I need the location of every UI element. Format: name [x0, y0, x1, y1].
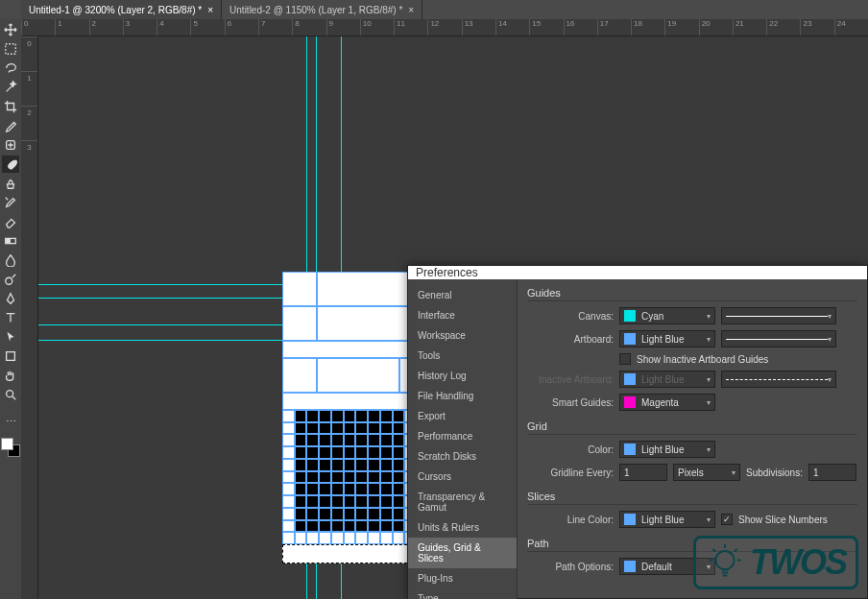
slice-line-color-label: Line Color: — [527, 515, 614, 525]
svg-point-7 — [715, 551, 734, 569]
subdivisions-label: Subdivisions: — [746, 467, 803, 478]
close-icon[interactable]: × — [207, 5, 213, 15]
nav-interface[interactable]: Interface — [408, 305, 517, 325]
dodge-tool[interactable] — [2, 271, 19, 288]
grid-color-select[interactable]: Light Blue ▾ — [619, 441, 715, 458]
heal-tool[interactable] — [2, 136, 19, 154]
select-value: Light Blue — [641, 374, 684, 385]
ruler-tick: 0 — [21, 36, 37, 71]
canvas-guide-color-select[interactable]: Cyan ▾ — [619, 307, 715, 324]
document-content — [282, 272, 417, 563]
nav-cursors[interactable]: Cursors — [408, 467, 517, 487]
gridline-every-input[interactable] — [619, 464, 667, 481]
nav-scratch-disks[interactable]: Scratch Disks — [408, 446, 517, 467]
wand-tool[interactable] — [2, 79, 19, 96]
grid-section-title: Grid — [527, 420, 857, 435]
hand-tool[interactable] — [2, 367, 19, 384]
path-select-tool[interactable] — [2, 328, 19, 346]
gradient-tool[interactable] — [2, 232, 19, 250]
path-options-label: Path Options: — [527, 562, 614, 572]
grid-color-label: Color: — [527, 444, 614, 455]
canvas-guide-label: Canvas: — [527, 311, 614, 322]
nav-tools[interactable]: Tools — [408, 346, 517, 366]
move-tool[interactable] — [2, 21, 19, 38]
pen-tool[interactable] — [2, 290, 19, 307]
lasso-tool[interactable] — [2, 60, 19, 77]
show-inactive-label: Show Inactive Artboard Guides — [637, 354, 768, 365]
history-brush-tool[interactable] — [2, 194, 19, 211]
chevron-down-icon: ▾ — [707, 335, 711, 344]
brush-tool[interactable] — [2, 156, 19, 173]
ruler-tick: 11 — [394, 19, 427, 36]
eyedropper-tool[interactable] — [2, 117, 19, 134]
ruler-tick: 22 — [766, 19, 800, 36]
smart-guides-color-select[interactable]: Magenta ▾ — [619, 394, 715, 411]
canvas-guide-style-select[interactable]: ▾ — [721, 307, 836, 324]
dialog-title: Preferences — [408, 266, 867, 279]
clone-tool[interactable] — [2, 175, 19, 192]
nav-performance[interactable]: Performance — [408, 426, 517, 446]
tab-label: Untitled-1 @ 3200% (Layer 2, RGB/8#) * — [29, 5, 202, 15]
ruler-tick: 21 — [733, 19, 766, 36]
artboard-guide-label: Artboard: — [527, 334, 614, 345]
blur-tool[interactable] — [2, 252, 19, 269]
chevron-down-icon: ▾ — [828, 312, 832, 321]
preferences-nav: General Interface Workspace Tools Histor… — [408, 279, 518, 599]
ruler-tick: 2 — [21, 106, 37, 140]
edit-toolbar-icon[interactable]: ⋯ — [2, 413, 19, 430]
color-swatches[interactable] — [1, 438, 20, 457]
select-value: Default — [641, 562, 672, 572]
tab-2[interactable]: Untitled-2 @ 1150% (Layer 1, RGB/8#) * × — [222, 0, 422, 19]
type-tool[interactable] — [2, 309, 19, 326]
zoom-tool[interactable] — [2, 386, 19, 403]
gridline-every-label: Gridline Every: — [527, 467, 614, 478]
artboard-guide-style-select[interactable]: ▾ — [721, 330, 836, 347]
gridline-unit-select[interactable]: Pixels ▾ — [673, 464, 740, 481]
tab-1[interactable]: Untitled-1 @ 3200% (Layer 2, RGB/8#) * × — [21, 0, 222, 19]
nav-guides-grid-slices[interactable]: Guides, Grid & Slices — [408, 538, 517, 568]
subdivisions-input[interactable] — [808, 464, 856, 481]
nav-file-handling[interactable]: File Handling — [408, 386, 517, 406]
ruler-tick: 7 — [258, 19, 292, 36]
show-inactive-checkbox[interactable] — [619, 353, 631, 365]
nav-history-log[interactable]: History Log — [408, 366, 517, 386]
line-style-icon — [726, 316, 828, 317]
foreground-swatch[interactable] — [1, 438, 13, 450]
select-value: Pixels — [678, 467, 704, 478]
eraser-tool[interactable] — [2, 213, 19, 230]
chevron-down-icon: ▾ — [828, 335, 832, 344]
ruler-tick: 15 — [529, 19, 563, 36]
ruler-tick: 1 — [21, 71, 37, 106]
nav-general[interactable]: General — [408, 285, 517, 305]
svg-rect-0 — [6, 44, 16, 55]
color-swatch-icon — [624, 514, 636, 525]
ruler-tick: 6 — [225, 19, 258, 36]
chevron-down-icon: ▾ — [707, 375, 711, 384]
nav-export[interactable]: Export — [408, 406, 517, 426]
color-swatch-icon — [624, 561, 636, 572]
select-value: Light Blue — [641, 444, 684, 455]
color-swatch-icon — [624, 443, 636, 455]
nav-type[interactable]: Type — [408, 588, 517, 599]
chevron-down-icon: ▾ — [707, 515, 711, 524]
nav-transparency[interactable]: Transparency & Gamut — [408, 487, 517, 517]
ruler-tick: 10 — [360, 19, 394, 36]
horizontal-ruler[interactable]: 0 1 2 3 4 5 6 7 8 9 10 11 12 13 14 15 16… — [21, 19, 868, 36]
marquee-tool[interactable] — [2, 40, 19, 58]
vertical-ruler[interactable]: 0 1 2 3 — [21, 36, 38, 599]
artboard-guide-color-select[interactable]: Light Blue ▾ — [619, 330, 715, 347]
slice-line-color-select[interactable]: Light Blue ▾ — [619, 511, 715, 528]
shape-tool[interactable] — [2, 347, 19, 365]
ruler-tick: 12 — [427, 19, 461, 36]
close-icon[interactable]: × — [408, 5, 414, 15]
select-value: Cyan — [641, 311, 663, 322]
tools-panel: ⋯ — [0, 19, 21, 599]
ruler-tick: 13 — [462, 19, 495, 36]
nav-plugins[interactable]: Plug-Ins — [408, 568, 517, 588]
nav-units-rulers[interactable]: Units & Rulers — [408, 517, 517, 538]
nav-workspace[interactable]: Workspace — [408, 325, 517, 346]
watermark-logo: TWOS — [693, 536, 858, 589]
inactive-artboard-style-select: ▾ — [721, 371, 836, 388]
crop-tool[interactable] — [2, 98, 19, 115]
show-slice-numbers-checkbox[interactable]: ✓ — [721, 514, 733, 525]
